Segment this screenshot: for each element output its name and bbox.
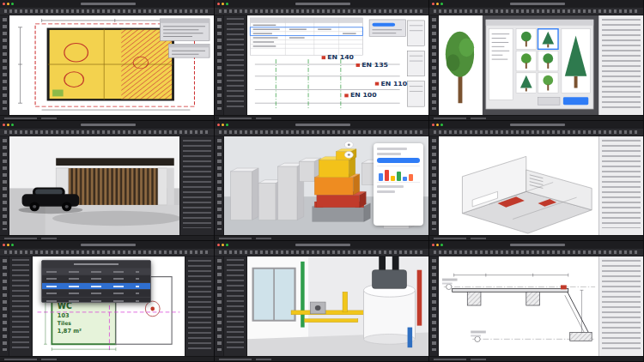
toolbar-icons[interactable] (434, 9, 639, 13)
toolbar[interactable] (0, 249, 214, 256)
minimize-button[interactable] (222, 3, 224, 5)
library-tree-items[interactable] (602, 19, 641, 108)
toolbar-icons[interactable] (4, 9, 210, 13)
toolbar[interactable] (0, 8, 214, 15)
tool-icons[interactable] (217, 18, 222, 110)
schedule-row[interactable] (42, 275, 150, 281)
axon-viewport[interactable] (439, 136, 598, 235)
close-button[interactable] (432, 3, 434, 5)
toolbox-panel[interactable] (224, 256, 247, 356)
drawing-canvas[interactable] (9, 15, 214, 115)
toolbar[interactable] (429, 129, 643, 136)
palette-primary-button[interactable] (372, 23, 395, 27)
schedule-row[interactable] (42, 289, 150, 296)
titlebar[interactable] (215, 0, 428, 8)
titlebar[interactable] (215, 241, 428, 249)
close-button[interactable] (217, 244, 220, 246)
toolbar[interactable] (429, 249, 643, 256)
minimize-button[interactable] (222, 124, 224, 126)
schedule-window-title[interactable] (42, 261, 150, 268)
zoom-button[interactable] (440, 124, 443, 126)
minimize-button[interactable] (7, 244, 9, 246)
drawing-canvas[interactable] (439, 15, 598, 115)
close-button[interactable] (432, 124, 434, 126)
toolbox-items[interactable] (12, 259, 29, 350)
tool-palette[interactable] (429, 136, 439, 235)
cancel-button[interactable] (538, 97, 560, 105)
project-tree-items[interactable] (602, 260, 641, 349)
titlebar[interactable] (215, 121, 428, 129)
ok-button[interactable] (563, 97, 588, 105)
minimize-button[interactable] (436, 124, 439, 126)
tool-palette[interactable] (0, 136, 9, 235)
tool-palette[interactable] (215, 256, 224, 356)
zoom-button[interactable] (440, 3, 443, 5)
properties-panel[interactable] (185, 256, 214, 356)
tool-palette[interactable] (215, 15, 224, 115)
close-button[interactable] (3, 124, 5, 126)
toolbox-items[interactable] (227, 259, 244, 350)
close-button[interactable] (3, 244, 5, 246)
toolbox-panel[interactable] (9, 256, 33, 356)
tool-icons[interactable] (432, 259, 436, 351)
close-button[interactable] (217, 124, 220, 126)
tool-palette[interactable] (215, 136, 224, 235)
navigator-items[interactable] (183, 140, 211, 228)
massing-viewport[interactable] (224, 136, 428, 235)
toolbar[interactable] (429, 8, 643, 15)
tool-icons[interactable] (3, 18, 7, 110)
zoom-button[interactable] (11, 124, 14, 126)
mini-palette[interactable] (369, 20, 405, 37)
titlebar[interactable] (0, 241, 214, 249)
tool-palette[interactable] (429, 256, 439, 356)
close-button[interactable] (432, 244, 434, 246)
object-settings-dialog[interactable] (486, 20, 593, 109)
toolbar-icons[interactable] (219, 130, 424, 134)
primary-action-button[interactable] (377, 158, 420, 163)
toolbox-items[interactable] (227, 18, 244, 109)
project-tree-panel[interactable] (598, 256, 643, 356)
toolbar[interactable] (215, 8, 428, 15)
toolbar[interactable] (215, 249, 428, 256)
schedule-selected-row[interactable] (42, 282, 150, 289)
minimize-button[interactable] (7, 3, 9, 5)
toolbar[interactable] (0, 129, 214, 136)
toolbox-panel[interactable] (224, 15, 247, 115)
section-canvas[interactable] (439, 256, 598, 356)
tool-icons[interactable] (3, 259, 7, 351)
tool-palette[interactable] (0, 256, 9, 356)
tool-icons[interactable] (217, 139, 222, 230)
toolbar-icons[interactable] (219, 250, 424, 254)
toolbar[interactable] (215, 129, 428, 136)
render-viewport[interactable] (9, 136, 179, 235)
schedule-window[interactable] (41, 260, 151, 303)
zoom-button[interactable] (226, 124, 228, 126)
tool-icons[interactable] (217, 259, 222, 351)
titlebar[interactable] (0, 121, 214, 129)
titlebar[interactable] (429, 0, 643, 8)
minimize-button[interactable] (222, 244, 224, 246)
zoom-button[interactable] (11, 244, 14, 246)
zoom-button[interactable] (440, 244, 443, 246)
analysis-panel[interactable] (374, 143, 423, 226)
toolbar-icons[interactable] (4, 250, 210, 254)
tool-palette[interactable] (0, 15, 9, 115)
close-button[interactable] (3, 3, 5, 5)
zoom-button[interactable] (226, 244, 228, 246)
toolbar-icons[interactable] (434, 250, 639, 254)
toolbar-icons[interactable] (4, 130, 210, 134)
toolbar-icons[interactable] (219, 9, 424, 13)
floating-palette[interactable] (160, 19, 210, 41)
minimize-button[interactable] (7, 124, 9, 126)
zoom-button[interactable] (11, 3, 14, 5)
project-tree-panel[interactable] (598, 136, 643, 235)
toolbar-icons[interactable] (434, 130, 639, 134)
tool-icons[interactable] (432, 18, 436, 110)
library-tree-panel[interactable] (598, 15, 643, 115)
minimize-button[interactable] (436, 3, 439, 5)
titlebar[interactable] (429, 121, 643, 129)
navigator-panel[interactable] (179, 136, 214, 235)
drawing-canvas[interactable]: EN 140 EN 135 EN 110 EN 100 (247, 15, 428, 115)
properties-items[interactable] (188, 260, 211, 349)
close-button[interactable] (217, 3, 220, 5)
